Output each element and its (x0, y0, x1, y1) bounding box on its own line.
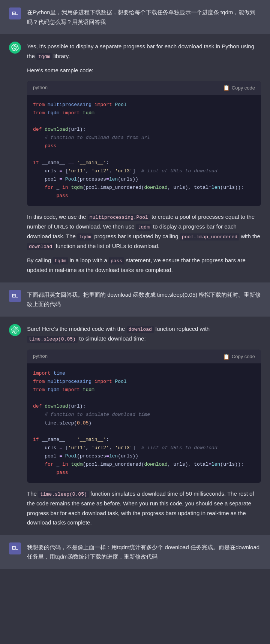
code-block-header-1: python 📋 Copy code (27, 81, 261, 95)
user-avatar-2: EL (9, 290, 21, 302)
inline-code-sleep-1: time.sleep(0.05) (27, 336, 78, 343)
copy-button-1[interactable]: 📋 Copy code (223, 85, 255, 91)
copy-label-1: Copy code (232, 85, 255, 91)
user-avatar-3: EL (9, 542, 21, 554)
assistant-explanation-2: The time.sleep(0.05) function simulates … (27, 489, 261, 527)
assistant-message-1: Yes, it's possible to display a separate… (0, 34, 270, 282)
inline-code-pass-1: pass (109, 257, 124, 264)
inline-code-pool-1: multiprocessing.Pool (88, 214, 150, 221)
user-message-content-2: 下面都用英文回答我。把里面的 download 函数改成 time.sleep(… (27, 290, 261, 309)
user-message-content-3: 我想要的代码，不是像上面一样：用tqdm统计有多少个 download 任务完成… (27, 542, 261, 562)
code-content-1: from multiprocessing import Pool from tq… (33, 102, 244, 199)
code-content-2: import time from multiprocessing import … (33, 371, 244, 475)
user-message-3: EL 我想要的代码，不是像上面一样：用tqdm统计有多少个 download 任… (0, 535, 270, 569)
assistant-avatar-2 (9, 324, 21, 336)
inline-code-tqdm-1: tqdm (36, 53, 52, 60)
assistant-explanation-1b: By calling tqdm in a loop with a pass st… (27, 256, 261, 275)
code-block-1: python 📋 Copy code from multiprocessing … (27, 81, 261, 206)
copy-label-2: Copy code (232, 354, 255, 359)
assistant-message-2: Sure! Here's the modified code with the … (0, 317, 270, 535)
assistant-explanation-1a: In this code, we use the multiprocessing… (27, 212, 261, 251)
inline-code-sleep-2: time.sleep(0.05) (38, 491, 89, 498)
user-avatar-1: EL (9, 7, 21, 19)
inline-code-download-2: download (127, 326, 154, 333)
user-text-1: 在Python里，我用多进程下载数据，想要给每个下载任务单独显示一个进度条 tq… (27, 7, 261, 27)
code-pre-1: from multiprocessing import Pool from tq… (27, 95, 261, 206)
assistant-message-content-2: Sure! Here's the modified code with the … (27, 324, 261, 527)
copy-icon-2: 📋 (223, 354, 230, 360)
user-message-2: EL 下面都用英文回答我。把里面的 download 函数改成 time.sle… (0, 282, 270, 317)
inline-code-download-1: download (27, 243, 54, 250)
assistant-avatar-1 (9, 42, 21, 54)
code-lang-label-1: python (33, 84, 48, 92)
copy-icon-1: 📋 (223, 85, 230, 91)
inline-code-tqdm-2: tqdm (136, 224, 152, 231)
assistant-message-content-1: Yes, it's possible to display a separate… (27, 42, 261, 275)
copy-button-2[interactable]: 📋 Copy code (223, 354, 255, 360)
assistant-intro-1: Yes, it's possible to display a separate… (27, 42, 261, 61)
user-message-content-1: 在Python里，我用多进程下载数据，想要给每个下载任务单独显示一个进度条 tq… (27, 7, 261, 27)
user-message-1: EL 在Python里，我用多进程下载数据，想要给每个下载任务单独显示一个进度条… (0, 0, 270, 34)
inline-code-imap-1: pool.imap_unordered (180, 233, 239, 241)
inline-code-tqdm-4: tqdm (52, 257, 68, 264)
code-pre-2: import time from multiprocessing import … (27, 363, 261, 483)
inline-code-tqdm-3: tqdm (77, 233, 93, 241)
user-text-3: 我想要的代码，不是像上面一样：用tqdm统计有多少个 download 任务完成… (27, 542, 261, 562)
code-block-header-2: python 📋 Copy code (27, 350, 261, 363)
user-text-2: 下面都用英文回答我。把里面的 download 函数改成 time.sleep(… (27, 290, 261, 309)
assistant-sample-label-1: Here's some sample code: (27, 66, 261, 75)
code-lang-label-2: python (33, 353, 48, 360)
code-block-2: python 📋 Copy code import time from mult… (27, 350, 261, 483)
assistant-intro-2: Sure! Here's the modified code with the … (27, 324, 261, 344)
